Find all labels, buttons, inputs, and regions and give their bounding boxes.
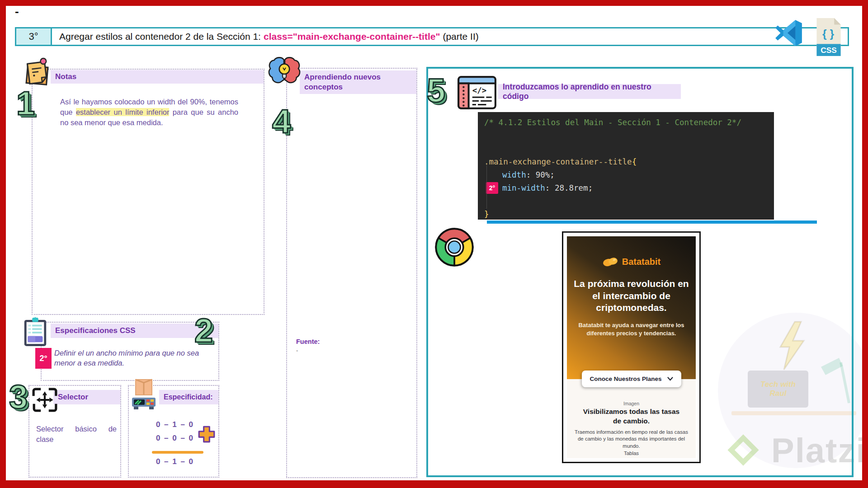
code-glyph: </> <box>472 86 486 95</box>
site-hero-title: La próxima revolución en el intercambio … <box>567 278 696 314</box>
css-label: CSS <box>821 46 837 55</box>
especificaciones-text: Definir el un ancho mínimo para que no s… <box>54 348 209 368</box>
site-logo: Batatabit <box>567 236 696 267</box>
chevron-down-icon <box>667 377 673 381</box>
code-selector: .main-exchange-container--title <box>484 157 632 166</box>
aprendiendo-box <box>286 68 417 478</box>
fuente-label: Fuente: <box>296 338 320 345</box>
notas-highlighted-text: establecer un límite inferior <box>76 108 170 116</box>
batatabit-site-screenshot: Batatabit La próxima revolución en el in… <box>562 231 701 463</box>
selector-heading-band: Selector <box>53 390 120 404</box>
code-value-minwidth: : 28.8rem; <box>545 183 593 192</box>
blue-divider <box>487 221 817 224</box>
especificaciones-title: Especificaciones CSS <box>55 326 136 335</box>
code-blank-line <box>484 129 774 142</box>
notas-title: Notas <box>55 72 76 81</box>
site-section-title: Visibilizamos todas las tasas de cambio. <box>580 407 683 426</box>
sticky-note-icon <box>23 57 52 88</box>
especificaciones-heading-band: Especificaciones CSS <box>51 324 218 338</box>
fuente-value: - <box>296 347 298 354</box>
site-tables-label: Tablas <box>567 450 696 456</box>
step-5-number: 5 <box>427 74 445 108</box>
especificidad-result: 0 – 1 – 0 <box>141 457 209 466</box>
notas-paragraph: Así le hayamos colocado un width del 90%… <box>60 97 238 127</box>
vscode-icon <box>774 18 804 48</box>
page-title-text: Agregar estilos al contenedor 2 de la Se… <box>59 31 261 42</box>
code-comment: /* 4.1.2 Estilos del Main - Sección 1 - … <box>484 116 774 129</box>
site-section-text: Traemos información en tiempo real de la… <box>571 429 691 450</box>
step-2-number: 2 <box>194 314 213 347</box>
step-4-number: 4 <box>272 105 291 138</box>
page-title: Agregar estilos al contenedor 2 de la Se… <box>52 28 848 45</box>
site-hero: Batatabit La próxima revolución en el in… <box>567 236 696 379</box>
notes-page: Tech with Raul Platzi - 3° Agregar estil… <box>0 0 868 488</box>
page-title-suffix: (parte II) <box>443 31 478 42</box>
plus-icon <box>197 425 216 444</box>
weight-scale-icon <box>129 379 158 415</box>
selector-crosshair-icon <box>32 387 58 413</box>
step-3-number: 3 <box>9 380 28 414</box>
code-indent-guide <box>486 164 487 209</box>
code-prop-width: width <box>502 170 526 179</box>
code-blank-line <box>484 194 774 207</box>
brain-idea-icon <box>267 55 302 90</box>
conoce-planes-label: Conoce Nuestros Planes <box>590 375 661 382</box>
code-blank-line <box>484 142 774 155</box>
codigo-title: Introduzcamos lo aprendido en nuestro có… <box>503 82 676 101</box>
site-logo-text: Batatabit <box>622 257 661 267</box>
top-dash: - <box>15 5 19 19</box>
notas-heading-band: Notas <box>51 70 264 84</box>
selector-title: Selector <box>58 393 88 402</box>
site-hero-subtitle: Batatabit te ayuda a navegar entre los d… <box>567 321 696 338</box>
page-header: 3° Agregar estilos al contenedor 2 de la… <box>15 27 849 46</box>
step-1-number: 1 <box>16 87 35 120</box>
code-value-width: : 90%; <box>526 170 555 179</box>
page-title-class-code: class="main-exchange-container--title" <box>264 31 440 42</box>
code-minwidth-line: 2°min-width: 28.8rem; <box>484 181 774 194</box>
especificidad-heading-band: Especificidad: <box>159 390 218 404</box>
code-prop-minwidth: min-width <box>502 183 545 192</box>
code-width-line: width: 90%; <box>484 168 774 181</box>
especificaciones-step-badge: 2° <box>35 348 52 369</box>
step-number-cell: 3° <box>16 28 52 45</box>
css-braces-glyph: { } <box>822 28 834 40</box>
codigo-heading-band: Introduzcamos lo aprendido en nuestro có… <box>498 84 681 99</box>
chrome-icon <box>434 227 475 267</box>
conoce-planes-button[interactable]: Conoce Nuestros Planes <box>581 371 681 387</box>
clipboard-icon <box>22 315 49 350</box>
aprendiendo-title: Aprendiendo nuevos conceptos <box>304 72 412 92</box>
code-step-badge: 2° <box>486 182 498 194</box>
especificidad-sum-line <box>152 451 203 454</box>
code-close-brace: } <box>484 207 774 221</box>
aprendiendo-heading-band: Aprendiendo nuevos conceptos <box>300 70 416 94</box>
css-file-icon: { } CSS <box>814 16 844 58</box>
site-image-label: Imagen <box>567 401 696 406</box>
batatabit-potato-icon <box>602 256 618 267</box>
code-editor-icon: </> <box>456 71 498 114</box>
site-section: Imagen Visibilizamos todas las tasas de … <box>567 379 696 458</box>
code-open-brace: { <box>632 157 637 166</box>
especificidad-title: Especificidad: <box>164 393 212 401</box>
selector-text: Selector básico de clase <box>36 424 117 445</box>
css-code-block: /* 4.1.2 Estilos del Main - Sección 1 - … <box>478 112 774 220</box>
code-selector-line: .main-exchange-container--title{ <box>484 155 774 168</box>
